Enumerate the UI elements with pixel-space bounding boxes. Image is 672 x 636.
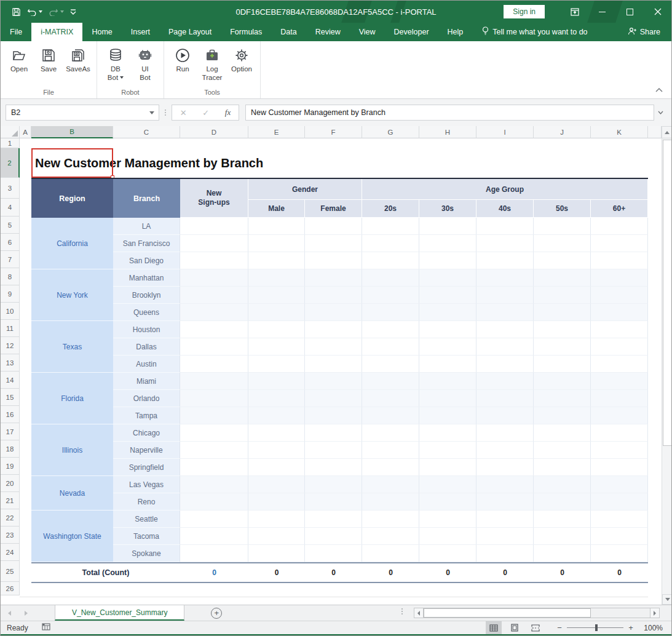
data-cell[interactable] bbox=[362, 373, 419, 390]
row-header-21[interactable]: 21 bbox=[1, 492, 20, 509]
column-header-J[interactable]: J bbox=[534, 126, 591, 138]
data-cell[interactable] bbox=[476, 545, 534, 562]
data-cell[interactable] bbox=[591, 252, 648, 269]
data-cell[interactable] bbox=[248, 493, 305, 511]
branch-cell[interactable]: Austin bbox=[113, 356, 180, 373]
name-box-dropdown-icon[interactable] bbox=[145, 105, 159, 120]
zoom-in-icon[interactable]: + bbox=[625, 623, 637, 632]
data-cell[interactable] bbox=[476, 338, 534, 356]
data-cell[interactable] bbox=[180, 321, 248, 338]
data-cell[interactable] bbox=[248, 235, 305, 252]
total-value-cell[interactable]: 0 bbox=[419, 562, 476, 583]
data-cell[interactable] bbox=[362, 493, 419, 511]
data-cell[interactable] bbox=[180, 511, 248, 528]
row-header-9[interactable]: 9 bbox=[1, 285, 20, 303]
data-cell[interactable] bbox=[591, 493, 648, 511]
row-header-13[interactable]: 13 bbox=[1, 354, 20, 372]
data-cell[interactable] bbox=[180, 287, 248, 304]
header-age-40s[interactable]: 40s bbox=[476, 200, 534, 218]
data-cell[interactable] bbox=[419, 235, 476, 252]
formula-bar-expand-icon[interactable] bbox=[654, 111, 666, 114]
horizontal-scrollbar[interactable] bbox=[414, 608, 660, 618]
data-cell[interactable] bbox=[180, 442, 248, 459]
column-header-C[interactable]: C bbox=[113, 126, 180, 138]
total-value-cell[interactable]: 0 bbox=[180, 562, 248, 583]
data-cell[interactable] bbox=[591, 442, 648, 459]
data-cell[interactable] bbox=[362, 235, 419, 252]
data-cell[interactable] bbox=[419, 545, 476, 562]
save-icon[interactable] bbox=[9, 6, 23, 18]
total-value-cell[interactable]: 0 bbox=[476, 562, 534, 583]
data-cell[interactable] bbox=[591, 218, 648, 235]
enter-icon[interactable]: ✓ bbox=[202, 108, 209, 117]
data-cell[interactable] bbox=[180, 407, 248, 424]
page-layout-view-button[interactable] bbox=[507, 621, 523, 635]
branch-cell[interactable]: Dallas bbox=[113, 338, 180, 356]
undo-dropdown-caret[interactable] bbox=[39, 10, 42, 13]
column-header-G[interactable]: G bbox=[362, 126, 419, 138]
data-cell[interactable] bbox=[305, 390, 362, 407]
save-as-button[interactable]: SaveAs bbox=[65, 45, 92, 87]
row-header-24[interactable]: 24 bbox=[1, 544, 20, 561]
insert-function-icon[interactable]: fx bbox=[225, 108, 231, 117]
data-cell[interactable] bbox=[591, 304, 648, 321]
branch-cell[interactable]: Chicago bbox=[113, 424, 180, 442]
maximize-button[interactable] bbox=[616, 1, 644, 23]
data-cell[interactable] bbox=[591, 545, 648, 562]
data-cell[interactable] bbox=[419, 269, 476, 287]
data-cell[interactable] bbox=[362, 528, 419, 545]
data-cell[interactable] bbox=[534, 304, 591, 321]
data-cell[interactable] bbox=[419, 511, 476, 528]
data-cell[interactable] bbox=[591, 390, 648, 407]
data-cell[interactable] bbox=[248, 338, 305, 356]
formula-input[interactable]: New Customer Management by Branch bbox=[245, 105, 654, 121]
column-header-B[interactable]: B bbox=[31, 126, 113, 138]
data-cell[interactable] bbox=[362, 545, 419, 562]
data-cell[interactable] bbox=[419, 407, 476, 424]
region-cell[interactable]: Florida bbox=[31, 373, 113, 424]
data-cell[interactable] bbox=[591, 528, 648, 545]
header-age-50s[interactable]: 50s bbox=[534, 200, 591, 218]
data-cell[interactable] bbox=[305, 528, 362, 545]
data-cell[interactable] bbox=[419, 287, 476, 304]
data-cell[interactable] bbox=[534, 476, 591, 493]
header-age-60+[interactable]: 60+ bbox=[591, 200, 648, 218]
data-cell[interactable] bbox=[476, 269, 534, 287]
header-age-20s[interactable]: 20s bbox=[362, 200, 419, 218]
branch-cell[interactable]: Brooklyn bbox=[113, 287, 180, 304]
branch-cell[interactable]: Reno bbox=[113, 493, 180, 511]
data-cell[interactable] bbox=[305, 218, 362, 235]
header-new-signups[interactable]: NewSign-ups bbox=[180, 179, 248, 218]
data-cell[interactable] bbox=[591, 424, 648, 442]
row-header-2[interactable]: 2 bbox=[1, 148, 20, 178]
data-cell[interactable] bbox=[362, 424, 419, 442]
data-cell[interactable] bbox=[362, 356, 419, 373]
data-cell[interactable] bbox=[534, 321, 591, 338]
data-cell[interactable] bbox=[362, 269, 419, 287]
tab-home[interactable]: Home bbox=[82, 23, 121, 41]
row-header-15[interactable]: 15 bbox=[1, 389, 20, 406]
data-cell[interactable] bbox=[591, 356, 648, 373]
undo-button[interactable] bbox=[25, 6, 45, 18]
row-header-8[interactable]: 8 bbox=[1, 268, 20, 285]
data-cell[interactable] bbox=[476, 528, 534, 545]
data-cell[interactable] bbox=[180, 338, 248, 356]
data-cell[interactable] bbox=[362, 459, 419, 476]
data-cell[interactable] bbox=[419, 493, 476, 511]
data-cell[interactable] bbox=[362, 321, 419, 338]
total-label-cell[interactable]: Total (Count) bbox=[31, 562, 180, 583]
data-cell[interactable] bbox=[248, 373, 305, 390]
row-header-18[interactable]: 18 bbox=[1, 440, 20, 458]
column-header-partial[interactable] bbox=[648, 126, 662, 138]
data-cell[interactable] bbox=[419, 338, 476, 356]
cancel-icon[interactable]: ✕ bbox=[180, 108, 187, 117]
data-cell[interactable] bbox=[248, 424, 305, 442]
data-cell[interactable] bbox=[180, 476, 248, 493]
data-cell[interactable] bbox=[534, 373, 591, 390]
data-cell[interactable] bbox=[419, 356, 476, 373]
data-cell[interactable] bbox=[476, 218, 534, 235]
run-button[interactable]: Run bbox=[169, 45, 196, 87]
formula-bar-handle[interactable] bbox=[159, 109, 172, 116]
data-cell[interactable] bbox=[305, 407, 362, 424]
tabbar-resize-handle[interactable] bbox=[401, 608, 403, 614]
